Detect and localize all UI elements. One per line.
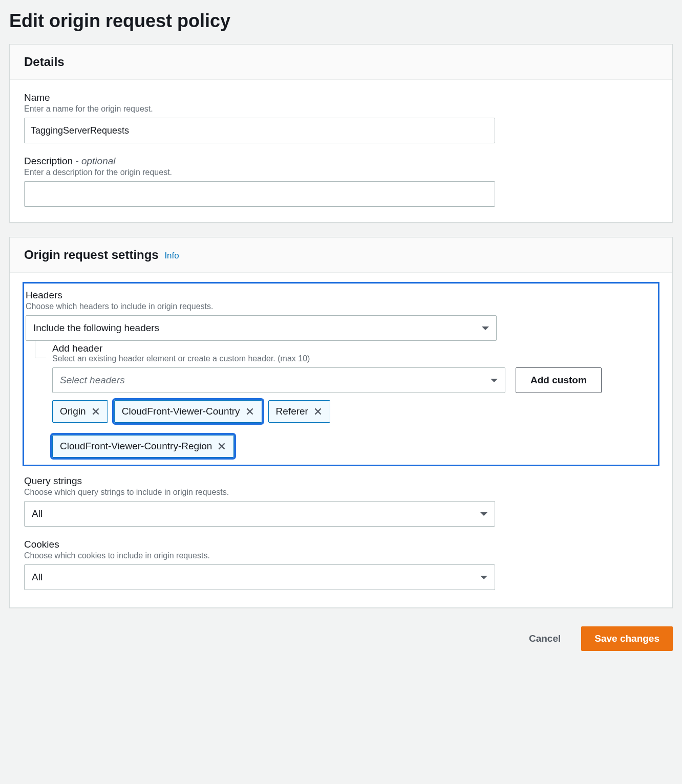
add-header-hint: Select an existing header element or cre…: [52, 354, 656, 363]
query-strings-select-value: All: [32, 508, 42, 519]
name-field: Name Enter a name for the origin request…: [24, 92, 658, 143]
header-token-label: Referer: [276, 406, 308, 417]
header-token: Origin: [52, 400, 108, 423]
header-token-row: OriginCloudFront-Viewer-CountryRefererCl…: [52, 400, 656, 458]
header-token: CloudFront-Viewer-Country-Region: [52, 435, 234, 458]
headers-select-value: Include the following headers: [33, 322, 159, 334]
header-token-label: Origin: [60, 406, 86, 417]
headers-select[interactable]: Include the following headers: [26, 315, 497, 341]
cookies-hint: Choose which cookies to include in origi…: [24, 551, 658, 560]
settings-panel-body: Headers Choose which headers to include …: [10, 273, 672, 607]
cancel-button[interactable]: Cancel: [516, 626, 574, 651]
settings-title-wrap: Origin request settings Info: [24, 248, 658, 262]
description-field: Description - optional Enter a descripti…: [24, 156, 658, 207]
add-header-indent: Add header Select an existing header ele…: [26, 343, 656, 458]
query-strings-field: Query strings Choose which query strings…: [24, 475, 658, 527]
chevron-down-icon: [480, 576, 487, 579]
header-token-label: CloudFront-Viewer-Country-Region: [60, 441, 212, 452]
footer-actions: Cancel Save changes: [9, 622, 673, 651]
name-hint: Enter a name for the origin request.: [24, 104, 658, 114]
headers-highlight-box: Headers Choose which headers to include …: [23, 282, 659, 466]
query-strings-label: Query strings: [24, 475, 658, 487]
settings-title: Origin request settings: [24, 248, 159, 262]
headers-field: Headers Choose which headers to include …: [24, 290, 658, 458]
headers-hint: Choose which headers to include in origi…: [26, 302, 656, 311]
cookies-label: Cookies: [24, 539, 658, 550]
close-icon[interactable]: [313, 407, 323, 416]
cookies-select[interactable]: All: [24, 564, 495, 590]
settings-panel-header: Origin request settings Info: [10, 237, 672, 273]
header-token-label: CloudFront-Viewer-Country: [122, 406, 240, 417]
page-title: Edit origin request policy: [9, 0, 673, 44]
name-input[interactable]: [24, 118, 495, 143]
close-icon[interactable]: [91, 407, 100, 416]
details-panel-header: Details: [10, 45, 672, 80]
add-header-select-placeholder: Select headers: [60, 375, 125, 386]
settings-panel: Origin request settings Info Headers Cho…: [9, 237, 673, 608]
cookies-select-value: All: [32, 572, 42, 583]
query-strings-select[interactable]: All: [24, 501, 495, 527]
close-icon[interactable]: [245, 407, 254, 416]
tree-connector-icon: [35, 340, 46, 358]
save-button[interactable]: Save changes: [581, 626, 673, 651]
details-panel: Details Name Enter a name for the origin…: [9, 44, 673, 223]
description-label: Description - optional: [24, 156, 658, 167]
chevron-down-icon: [482, 326, 489, 330]
header-token: Referer: [268, 400, 330, 423]
details-title: Details: [24, 55, 658, 69]
chevron-down-icon: [491, 379, 498, 382]
cookies-field: Cookies Choose which cookies to include …: [24, 539, 658, 590]
add-header-select[interactable]: Select headers: [52, 367, 505, 393]
description-optional-suffix: - optional: [73, 156, 115, 166]
description-input[interactable]: [24, 181, 495, 207]
headers-label: Headers: [26, 290, 656, 301]
description-label-text: Description: [24, 156, 73, 166]
info-link[interactable]: Info: [164, 251, 179, 260]
close-icon[interactable]: [217, 442, 226, 451]
add-header-label: Add header: [52, 343, 656, 354]
header-token: CloudFront-Viewer-Country: [114, 400, 262, 423]
chevron-down-icon: [480, 512, 487, 516]
name-label: Name: [24, 92, 658, 103]
details-panel-body: Name Enter a name for the origin request…: [10, 80, 672, 222]
query-strings-hint: Choose which query strings to include in…: [24, 488, 658, 497]
add-header-row: Select headers Add custom: [52, 367, 656, 393]
add-custom-button[interactable]: Add custom: [516, 367, 602, 393]
description-hint: Enter a description for the origin reque…: [24, 168, 658, 177]
